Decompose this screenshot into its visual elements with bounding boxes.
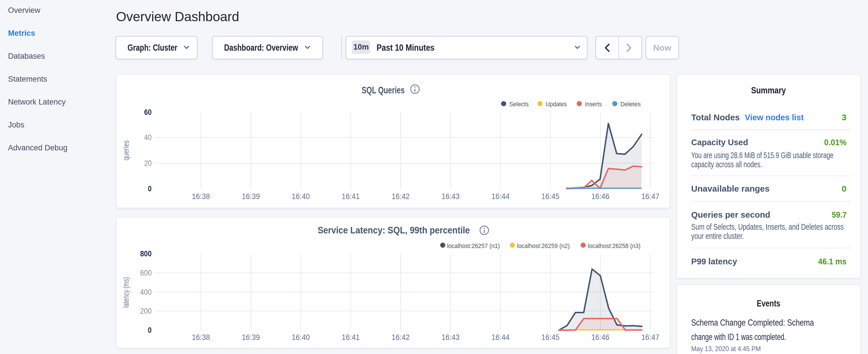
svg-text:16:38: 16:38 bbox=[192, 192, 210, 201]
svg-text:0: 0 bbox=[148, 185, 152, 193]
svg-text:Deletes: Deletes bbox=[620, 100, 641, 108]
svg-text:16:41: 16:41 bbox=[342, 192, 360, 201]
svg-text:SQL Queries: SQL Queries bbox=[362, 85, 405, 95]
svg-text:16:42: 16:42 bbox=[392, 192, 410, 201]
svg-text:16:42: 16:42 bbox=[392, 333, 410, 342]
svg-text:localhost:26259 (n2): localhost:26259 (n2) bbox=[517, 242, 570, 250]
svg-text:800: 800 bbox=[140, 250, 152, 258]
svg-text:16:41: 16:41 bbox=[342, 333, 360, 342]
svg-text:600: 600 bbox=[140, 269, 152, 277]
svg-text:16:43: 16:43 bbox=[442, 333, 460, 342]
svg-text:Inserts: Inserts bbox=[585, 100, 602, 108]
svg-text:localhost:26257 (n1): localhost:26257 (n1) bbox=[447, 242, 500, 250]
svg-text:16:47: 16:47 bbox=[641, 333, 659, 342]
svg-text:16:45: 16:45 bbox=[541, 192, 559, 201]
svg-text:16:46: 16:46 bbox=[591, 333, 610, 342]
svg-text:400: 400 bbox=[140, 288, 152, 296]
svg-text:16:38: 16:38 bbox=[192, 333, 210, 342]
svg-text:latency (ms): latency (ms) bbox=[122, 277, 130, 308]
svg-text:Service Latency: SQL, 99th per: Service Latency: SQL, 99th percentile bbox=[318, 225, 470, 235]
svg-text:20: 20 bbox=[144, 159, 152, 167]
svg-text:localhost:26258 (n3): localhost:26258 (n3) bbox=[588, 242, 641, 250]
svg-text:Selects: Selects bbox=[509, 100, 529, 108]
svg-text:16:45: 16:45 bbox=[541, 333, 559, 342]
svg-text:16:44: 16:44 bbox=[492, 333, 509, 342]
svg-text:16:43: 16:43 bbox=[442, 192, 460, 201]
svg-text:0: 0 bbox=[148, 326, 152, 334]
svg-text:40: 40 bbox=[144, 133, 152, 142]
svg-text:16:47: 16:47 bbox=[641, 192, 659, 201]
svg-text:Updates: Updates bbox=[546, 100, 567, 108]
svg-text:16:40: 16:40 bbox=[292, 192, 310, 201]
svg-text:queries: queries bbox=[122, 140, 130, 160]
svg-text:16:39: 16:39 bbox=[242, 192, 260, 201]
svg-text:16:44: 16:44 bbox=[492, 192, 509, 201]
svg-text:16:39: 16:39 bbox=[242, 333, 260, 342]
svg-text:16:40: 16:40 bbox=[292, 333, 310, 342]
svg-text:200: 200 bbox=[140, 307, 152, 315]
svg-text:60: 60 bbox=[144, 108, 152, 117]
svg-text:16:46: 16:46 bbox=[591, 192, 610, 201]
